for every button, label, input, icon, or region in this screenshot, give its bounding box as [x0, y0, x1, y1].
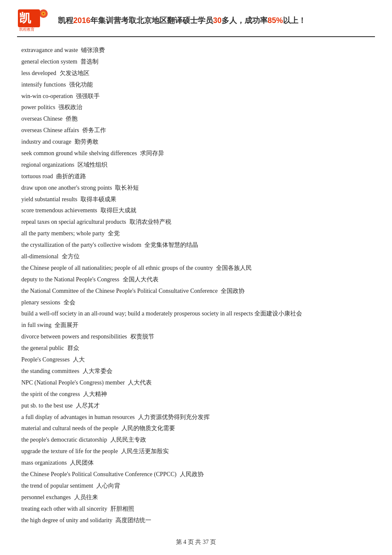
vocab-en: tortuous road — [21, 173, 53, 179]
svg-text:凯: 凯 — [19, 12, 32, 25]
vocab-zh: 全国人大代表 — [121, 276, 159, 283]
footer: 第 4 页 共 37 页 — [17, 538, 375, 546]
vocab-zh: 全党集体智慧的结晶 — [143, 242, 199, 248]
vocab-en: overseas Chinese affairs — [21, 127, 79, 133]
vocab-item: People's Congresses 人大 — [21, 354, 371, 365]
vocab-en: in full swing — [21, 322, 52, 328]
vocab-item: seek common ground while shelving differ… — [21, 148, 371, 159]
vocab-zh: 全会 — [62, 299, 75, 306]
vocab-item: the crystallization of the party's colle… — [21, 240, 371, 251]
vocab-zh: 全国各族人民 — [215, 265, 252, 271]
vocab-item: industry and courage 勤劳勇敢 — [21, 136, 371, 147]
vocab-en: power politics — [21, 104, 55, 110]
vocab-item: intensify functions 强化功能 — [21, 79, 371, 90]
vocab-en: intensify functions — [21, 81, 66, 88]
vocab-en: personnel exchanges — [21, 494, 71, 500]
vocab-zh: 侨胞 — [64, 116, 78, 122]
vocab-en: put sb. to the best use — [21, 402, 73, 409]
vocab-zh: 全方位 — [60, 253, 80, 260]
vocab-zh: 人尽其才 — [75, 402, 100, 409]
vocab-item: the Chinese People's Political Consultat… — [21, 469, 371, 480]
vocab-zh: 人心向背 — [95, 483, 121, 489]
vocab-item: plenary sessions 全会 — [21, 297, 371, 308]
vocab-zh: 人力资源优势得到充分发挥 — [136, 414, 210, 420]
vocab-en: the crystallization of the party's colle… — [21, 242, 141, 248]
vocab-en: the standing committees — [21, 368, 79, 374]
vocab-item: all-dimensional 全方位 — [21, 251, 371, 262]
vocab-item: draw upon one another's strong points 取长… — [21, 182, 371, 194]
vocab-zh: 人民的物质文化需要 — [120, 425, 176, 431]
vocab-en: industry and courage — [21, 139, 71, 145]
vocab-zh: 取得丰硕成果 — [79, 196, 116, 202]
vocab-zh: 取消农业特产税 — [128, 219, 171, 225]
vocab-en: the National Committee of the Chinese Pe… — [21, 288, 218, 294]
vocab-item: the general public 群众 — [21, 343, 371, 354]
vocab-zh: 人大精神 — [82, 391, 107, 397]
vocab-en: the Chinese People's Political Consultat… — [21, 471, 176, 477]
vocab-zh: 取长补短 — [114, 185, 139, 191]
vocab-item: in full swing 全面展开 — [21, 320, 371, 331]
vocab-en: build a well-off society in an all-round… — [21, 310, 302, 317]
vocab-zh: 铺张浪费 — [80, 47, 105, 53]
svg-text:凯程教育: 凯程教育 — [19, 27, 35, 32]
vocab-item: build a well-off society in an all-round… — [21, 308, 371, 319]
vocab-zh: 求同存异 — [139, 150, 164, 156]
vocab-en: People's Congresses — [21, 356, 69, 363]
vocab-zh: 区域性组织 — [76, 162, 108, 168]
header: 凯 凯程教育 凯程2016年集训营考取北京地区翻译硕士学员30多人，成功率85%… — [17, 9, 375, 37]
vocab-en: extravagance and waste — [21, 47, 78, 53]
vocab-en: regional organizations — [21, 162, 75, 168]
vocab-zh: 强化功能 — [68, 81, 93, 88]
vocab-item: regional organizations 区域性组织 — [21, 159, 371, 171]
header-suffix: 多人，成功率 — [222, 16, 268, 25]
vocab-en: treating each other with all sincerity — [21, 506, 107, 512]
vocab-item: overseas Chinese 侨胞 — [21, 113, 371, 124]
vocab-item: mass organizations 人民团体 — [21, 457, 371, 468]
vocab-item: the National Committee of the Chinese Pe… — [21, 286, 371, 297]
vocab-item: the trend of popular sentiment 人心向背 — [21, 480, 371, 491]
vocab-item: all the party members; whole party 全党 — [21, 228, 371, 239]
vocab-zh: 普选制 — [79, 58, 98, 65]
vocab-item: extravagance and waste 铺张浪费 — [21, 45, 371, 56]
vocab-en: overseas Chinese — [21, 116, 63, 122]
vocab-zh: 强强联手 — [75, 93, 100, 99]
vocab-en: all-dimensional — [21, 253, 58, 260]
vocab-en: seek common ground while shelving differ… — [21, 150, 137, 156]
vocab-zh: 强权政治 — [57, 104, 83, 110]
vocab-en: general election system — [21, 58, 77, 65]
vocab-zh: 人大 — [71, 356, 85, 363]
vocab-item: the people's democratic dictatorship 人民民… — [21, 434, 371, 445]
vocab-en: all the party members; whole party — [21, 230, 105, 237]
vocab-en: the spirit of the congress — [21, 391, 80, 397]
vocab-item: general election system 普选制 — [21, 56, 371, 67]
vocab-item: upgrade the texture of life for the peop… — [21, 446, 371, 457]
vocab-en: NPC (National People's Congress) member — [21, 379, 125, 386]
vocab-en: mass organizations — [21, 460, 67, 466]
vocab-zh: 肝胆相照 — [109, 506, 135, 512]
vocab-item: the Chinese people of all nationalities;… — [21, 263, 371, 274]
vocab-en: plenary sessions — [21, 299, 60, 306]
vocab-item: score tremendous achievements 取得巨大成就 — [21, 205, 371, 216]
vocab-zh: 人民生活更加殷实 — [120, 448, 169, 454]
vocab-item: divorce between powers and responsibilit… — [21, 331, 371, 342]
vocab-en: repeal taxes on special agricultural pro… — [21, 219, 126, 225]
vocab-item: deputy to the National People's Congress… — [21, 274, 371, 285]
vocab-zh: 群众 — [66, 345, 79, 351]
vocab-zh: 欠发达地区 — [58, 70, 89, 76]
header-title: 凯程2016年集训营考取北京地区翻译硕士学员30多人，成功率85%以上！ — [58, 15, 306, 26]
header-main: 年集训营考取北京地区翻译硕士学员 — [90, 16, 213, 25]
vocab-item: put sb. to the best use 人尽其才 — [21, 400, 371, 411]
vocab-zh: 曲折的道路 — [55, 173, 86, 179]
vocab-en: score tremendous achievements — [21, 207, 97, 214]
vocab-zh: 人大常委会 — [81, 368, 112, 374]
footer-text: 第 4 页 共 37 页 — [176, 539, 216, 545]
vocab-en: the general public — [21, 345, 64, 351]
vocab-zh: 高度团结统一 — [114, 517, 152, 523]
vocab-item: power politics 强权政治 — [21, 102, 371, 113]
vocab-item: the high degree of unity and solidarity … — [21, 515, 371, 526]
vocab-zh: 人民政协 — [178, 471, 204, 477]
vocab-item: material and cultural needs of the peopl… — [21, 423, 371, 434]
vocab-item: personnel exchanges 人员往来 — [21, 492, 371, 503]
vocab-en: the trend of popular sentiment — [21, 483, 93, 489]
logo: 凯 凯程教育 — [17, 9, 51, 32]
